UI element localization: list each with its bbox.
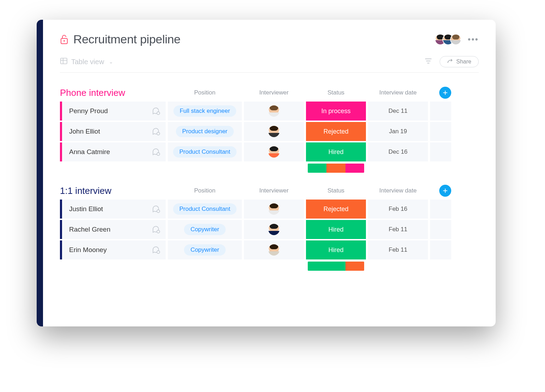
spacer-cell — [430, 102, 451, 121]
date-cell[interactable]: Jan 19 — [368, 122, 428, 141]
candidate-name: Rachel Green — [69, 226, 152, 233]
group: 1:1 interview Position Interviewer Statu… — [60, 185, 479, 271]
interviewer-cell[interactable] — [244, 200, 304, 219]
avatar — [268, 105, 280, 117]
more-menu-button[interactable]: ••• — [468, 35, 479, 44]
left-rail — [37, 20, 43, 326]
name-cell[interactable]: Penny Proud — [60, 102, 166, 121]
table-row[interactable]: Rachel Green Copywriter Hired Feb 11 — [60, 220, 479, 239]
name-cell[interactable]: Erin Mooney — [60, 240, 166, 259]
position-cell[interactable]: Product Consultant — [168, 142, 242, 161]
spacer-cell — [430, 220, 451, 239]
status-cell[interactable]: Rejected — [306, 200, 366, 219]
filter-icon[interactable] — [425, 58, 432, 66]
interviewer-cell[interactable] — [244, 142, 304, 161]
position-pill: Product Consultant — [173, 146, 237, 158]
avatar — [268, 146, 280, 158]
chat-icon[interactable] — [152, 225, 161, 234]
avatar — [268, 126, 280, 137]
add-column-button[interactable]: + — [439, 87, 451, 99]
column-header-position: Position — [168, 187, 242, 194]
share-arrow-icon — [447, 59, 453, 65]
position-cell[interactable]: Product designer — [168, 122, 242, 141]
position-cell[interactable]: Product Consultant — [168, 200, 242, 219]
table-row[interactable]: Justin Elliot Product Consultant Rejecte… — [60, 200, 479, 219]
spacer-cell — [430, 142, 451, 161]
column-header-interviewer: Interviewer — [244, 187, 304, 194]
name-cell[interactable]: Justin Elliot — [60, 200, 166, 219]
summary-row — [60, 164, 479, 173]
avatar — [268, 224, 280, 235]
status-cell[interactable]: Hired — [306, 142, 366, 161]
svg-point-10 — [157, 153, 160, 155]
position-cell[interactable]: Full stack engineer — [168, 102, 242, 121]
interviewer-cell[interactable] — [244, 102, 304, 121]
chat-icon[interactable] — [152, 245, 161, 255]
position-cell[interactable]: Copywriter — [168, 240, 242, 259]
svg-point-11 — [157, 210, 160, 213]
view-switcher[interactable]: Table view ⌄ — [60, 57, 113, 67]
candidate-name: Penny Proud — [69, 107, 152, 115]
table-row[interactable]: Anna Catmire Product Consultant Hired De… — [60, 142, 479, 161]
spacer-cell — [430, 122, 451, 141]
status-cell[interactable]: Rejected — [306, 122, 366, 141]
table-row[interactable]: John Elliot Product designer Rejected Ja… — [60, 122, 479, 141]
collaborator-avatars[interactable] — [435, 34, 461, 45]
avatar — [268, 203, 280, 215]
name-cell[interactable]: Rachel Green — [60, 220, 166, 239]
name-cell[interactable]: Anna Catmire — [60, 142, 166, 161]
position-pill: Product Consultant — [173, 203, 237, 215]
group-header: Phone interview Position Interviewer Sta… — [60, 87, 479, 99]
chat-icon[interactable] — [152, 204, 161, 214]
status-summary-bar — [306, 164, 366, 173]
interviewer-cell[interactable] — [244, 122, 304, 141]
date-cell[interactable]: Dec 11 — [368, 102, 428, 121]
avatar[interactable] — [450, 34, 461, 45]
toolbar: Table view ⌄ Shar — [60, 56, 479, 73]
status-cell[interactable]: Hired — [306, 240, 366, 259]
spacer-cell — [430, 240, 451, 259]
date-cell[interactable]: Feb 16 — [368, 200, 428, 219]
content-area: Recruitment pipeline ••• — [43, 20, 496, 326]
interviewer-cell[interactable] — [244, 220, 304, 239]
date-cell[interactable]: Feb 11 — [368, 220, 428, 239]
share-button[interactable]: Share — [440, 56, 479, 67]
table-icon — [60, 57, 68, 67]
position-cell[interactable]: Copywriter — [168, 220, 242, 239]
svg-point-13 — [157, 251, 160, 253]
candidate-name: Justin Elliot — [69, 205, 152, 213]
date-cell[interactable]: Dec 16 — [368, 142, 428, 161]
chat-icon[interactable] — [152, 147, 161, 157]
interviewer-cell[interactable] — [244, 240, 304, 259]
page-title: Recruitment pipeline — [73, 32, 180, 46]
group-title[interactable]: 1:1 interview — [60, 185, 166, 196]
candidate-name: John Elliot — [69, 128, 152, 135]
status-cell[interactable]: Hired — [306, 220, 366, 239]
name-cell[interactable]: John Elliot — [60, 122, 166, 141]
group-title[interactable]: Phone interview — [60, 87, 166, 98]
chat-icon[interactable] — [152, 106, 161, 116]
candidate-name: Erin Mooney — [69, 246, 152, 254]
column-header-date: Interview date — [368, 187, 428, 194]
table-row[interactable]: Erin Mooney Copywriter Hired Feb 11 — [60, 240, 479, 259]
position-pill: Copywriter — [184, 244, 225, 256]
avatar — [268, 244, 280, 256]
share-label: Share — [456, 59, 471, 65]
table-row[interactable]: Penny Proud Full stack engineer In proce… — [60, 102, 479, 121]
position-pill: Product designer — [176, 126, 234, 137]
app-frame: Recruitment pipeline ••• — [37, 20, 496, 326]
status-cell[interactable]: In process — [306, 102, 366, 121]
column-header-status: Status — [306, 89, 366, 96]
add-column-button[interactable]: + — [439, 185, 451, 197]
svg-point-1 — [63, 40, 65, 42]
position-pill: Full stack engineer — [173, 105, 237, 117]
toolbar-right: Share — [425, 56, 479, 67]
candidate-name: Anna Catmire — [69, 148, 152, 156]
date-cell[interactable]: Feb 11 — [368, 240, 428, 259]
group-header: 1:1 interview Position Interviewer Statu… — [60, 185, 479, 197]
svg-rect-2 — [61, 58, 67, 64]
chat-icon[interactable] — [152, 127, 161, 136]
position-pill: Copywriter — [184, 224, 225, 235]
svg-point-9 — [157, 132, 160, 135]
group: Phone interview Position Interviewer Sta… — [60, 87, 479, 173]
